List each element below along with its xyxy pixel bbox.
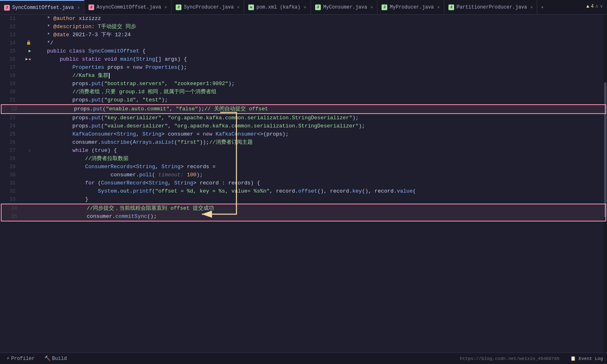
line-content[interactable]: props.put("value.deserializer", "org.apa…	[33, 122, 607, 130]
line-indicators	[20, 15, 33, 23]
event-log-button[interactable]: 📋 Event Log	[570, 356, 603, 361]
run-icon[interactable]: ▶	[29, 47, 31, 55]
line-content[interactable]: //同步提交，当前线程会阻塞直到 offset 提交成功	[34, 204, 605, 213]
tab-label: MyConsumer.java	[323, 4, 367, 10]
line-content[interactable]: for (ConsumerRecord<String, String> reco…	[33, 179, 607, 187]
tab-bar: J SyncCommitOffset.java ✕ J AsyncCommitO…	[0, 0, 607, 15]
line-indicators	[20, 163, 33, 171]
code-editor[interactable]: 11 * @author xizizzz 12 * @description: …	[0, 15, 607, 353]
tab-label: SyncCommitOffset.java	[12, 5, 74, 11]
status-left: ⚡ Profiler 🔨 Build	[4, 355, 69, 362]
close-tab-btn[interactable]: ✕	[77, 5, 80, 10]
profiler-label: Profiler	[11, 356, 35, 362]
nav-up-btn[interactable]: ∧	[596, 3, 598, 9]
close-tab-btn[interactable]: ✕	[530, 4, 533, 10]
java-icon: J	[4, 5, 10, 11]
line-number: 12	[0, 23, 20, 31]
line-content[interactable]: }	[33, 195, 607, 204]
breakpoint-icon[interactable]: ◆	[29, 55, 31, 64]
java-icon: J	[176, 4, 181, 10]
code-line-28: 28 //消费者拉取数据	[0, 155, 607, 163]
line-content[interactable]: KafkaConsumer<String, String> consumer =…	[33, 130, 607, 138]
line-content[interactable]: consumer.poll( timeout: 100);	[33, 171, 607, 179]
line-content[interactable]: * @description: T手动提交 同步	[33, 23, 607, 31]
line-content[interactable]: ConsumerRecords<String, String> records …	[33, 163, 607, 171]
line-indicators	[20, 155, 33, 163]
tab-my-producer[interactable]: J MyProducer.java ✕	[377, 0, 444, 15]
tab-label: pom.xml (kafka)	[256, 4, 300, 10]
line-number: 14	[0, 39, 20, 47]
code-line-25: 25 KafkaConsumer<String, String> consume…	[0, 130, 607, 138]
line-indicators	[22, 204, 34, 213]
close-tab-btn[interactable]: ✕	[164, 4, 167, 10]
line-number: 35	[2, 213, 22, 221]
line-content[interactable]: public class SyncCommitOffset {	[33, 47, 607, 55]
build-button[interactable]: 🔨 Build	[42, 355, 69, 362]
line-number: 21	[0, 96, 20, 104]
line-number: 26	[0, 138, 20, 147]
nav-down-btn[interactable]: ∨	[600, 3, 603, 9]
line-content[interactable]: while (true) {	[33, 147, 607, 155]
line-content[interactable]: props.put("key.deserializer", "org.apach…	[33, 114, 607, 122]
code-content: 11 * @author xizizzz 12 * @description: …	[0, 15, 607, 221]
line-number: 13	[0, 31, 20, 39]
code-line-19: 19 props.put("bootstrap.servers", "zooke…	[0, 80, 607, 88]
close-tab-btn[interactable]: ✕	[437, 4, 440, 10]
line-content[interactable]: Properties props = new Properties();	[33, 64, 607, 72]
line-content[interactable]: //消费者拉取数据	[33, 155, 607, 163]
close-tab-btn[interactable]: ✕	[371, 4, 373, 10]
tab-partitioner-producer[interactable]: J PartitionerProducer.java ✕	[444, 0, 537, 15]
line-number: 34	[2, 204, 22, 213]
line-indicators: ▶ ◆	[20, 55, 33, 64]
line-content[interactable]: //Kafka 集群	[33, 72, 607, 80]
build-icon: 🔨	[44, 355, 51, 362]
close-tab-btn[interactable]: ✕	[237, 4, 240, 10]
line-indicators	[20, 72, 33, 80]
code-line-12: 12 * @description: T手动提交 同步	[0, 23, 607, 31]
line-content[interactable]: props.put("enable.auto.commit", "false")…	[34, 105, 605, 113]
line-content[interactable]: */	[33, 39, 607, 47]
tab-sync-producer[interactable]: J SyncProducer.java ✕	[172, 0, 244, 15]
tab-my-consumer[interactable]: J MyConsumer.java ✕	[311, 0, 378, 15]
profiler-button[interactable]: ⚡ Profiler	[4, 355, 37, 362]
fold-icon[interactable]: ◇	[28, 147, 31, 155]
code-line-24: 24 props.put("value.deserializer", "org.…	[0, 122, 607, 130]
code-line-16: 16 ▶ ◆ public static void main(String[] …	[0, 55, 607, 64]
line-content[interactable]: System.out.printf("offset = %d, key = %s…	[33, 187, 607, 195]
line-indicators	[20, 179, 33, 187]
close-tab-btn[interactable]: ✕	[304, 4, 307, 10]
tab-label: SyncProducer.java	[184, 4, 234, 10]
line-content[interactable]: props.put("group.id", "test");	[33, 96, 607, 104]
line-content[interactable]: props.put("bootstrap.servers", "zookeepe…	[33, 80, 607, 88]
line-content[interactable]: consumer.subscribe(Arrays.asList("first"…	[33, 138, 607, 147]
line-content[interactable]: //消费者组，只要 group.id 相同，就属于同一个消费者组	[33, 88, 607, 96]
status-bar: ⚡ Profiler 🔨 Build https://blog.csdn.net…	[0, 353, 607, 364]
run-icon[interactable]: ▶	[26, 55, 28, 64]
code-line-35: 35 consumer.commitSync();	[1, 213, 606, 221]
line-indicators	[20, 23, 33, 31]
line-indicators	[20, 88, 33, 96]
line-number: 17	[0, 64, 20, 72]
line-indicators: ◇	[20, 147, 33, 155]
main-area: 11 * @author xizizzz 12 * @description: …	[0, 15, 607, 353]
tab-async-commit-offset[interactable]: J AsyncCommitOffset.java ✕	[84, 0, 172, 15]
code-line-26: 26 consumer.subscribe(Arrays.asList("fir…	[0, 138, 607, 147]
tab-label: PartitionerProducer.java	[457, 4, 527, 10]
line-content[interactable]: public static void main(String[] args) {	[33, 55, 607, 64]
profiler-icon: ⚡	[7, 355, 9, 362]
tab-sync-commit-offset[interactable]: J SyncCommitOffset.java ✕	[0, 0, 84, 15]
line-number: 20	[0, 88, 20, 96]
tab-overflow-btn[interactable]: ▾	[537, 0, 547, 15]
line-indicators	[20, 187, 33, 195]
tab-pom-xml[interactable]: m pom.xml (kafka) ✕	[244, 0, 311, 15]
build-label: Build	[52, 356, 67, 362]
line-content[interactable]: * @author xizizzz	[33, 15, 607, 23]
code-line-27: 27 ◇ while (true) {	[0, 147, 607, 155]
line-indicators	[20, 195, 33, 204]
url-text: https://blog.csdn.net/weixin_45480785	[460, 356, 559, 361]
line-content[interactable]: consumer.commitSync();	[34, 213, 605, 221]
line-indicators	[22, 105, 34, 113]
code-line-21: 21 props.put("group.id", "test");	[0, 96, 607, 104]
line-content[interactable]: * @date 2021-7-3 下午 12:24	[33, 31, 607, 39]
fold-icon[interactable]: 🔒	[26, 39, 31, 47]
